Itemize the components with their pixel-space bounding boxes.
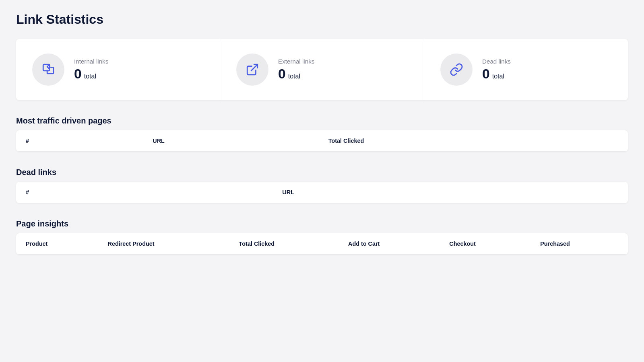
- dead-links-table-container: # URL: [16, 182, 628, 203]
- external-links-value: 0 total: [278, 66, 314, 82]
- external-links-unit: total: [288, 73, 300, 80]
- dead-links-info: Dead links 0 total: [482, 58, 511, 82]
- internal-links-value: 0 total: [74, 66, 108, 82]
- internal-links-info: Internal links 0 total: [74, 58, 108, 82]
- traffic-col-total-clicked: Total Clicked: [319, 130, 628, 152]
- insights-col-product: Product: [16, 233, 98, 255]
- page-title: Link Statistics: [16, 12, 628, 27]
- external-link-icon: [246, 63, 259, 76]
- dead-link-icon: [450, 63, 463, 76]
- external-link-icon-circle: [236, 53, 268, 86]
- internal-links-number: 0: [74, 66, 82, 82]
- traffic-table: # URL Total Clicked: [16, 130, 628, 152]
- internal-links-unit: total: [84, 73, 96, 80]
- insights-col-checkout: Checkout: [440, 233, 530, 255]
- dead-links-col-url: URL: [272, 182, 628, 203]
- dead-links-label: Dead links: [482, 58, 511, 65]
- traffic-table-header-row: # URL Total Clicked: [16, 130, 628, 152]
- internal-link-icon: [41, 63, 55, 76]
- insights-header-row: Product Redirect Product Total Clicked A…: [16, 233, 628, 255]
- internal-links-label: Internal links: [74, 58, 108, 65]
- page-insights-table-container: Product Redirect Product Total Clicked A…: [16, 233, 628, 255]
- insights-col-purchased: Purchased: [530, 233, 628, 255]
- page-insights-heading: Page insights: [16, 219, 628, 228]
- dead-links-unit: total: [492, 73, 504, 80]
- traffic-section-heading: Most traffic driven pages: [16, 116, 628, 125]
- traffic-col-number: #: [16, 130, 143, 152]
- dead-links-col-number: #: [16, 182, 272, 203]
- stat-card-internal-links: Internal links 0 total: [16, 39, 220, 100]
- dead-links-table: # URL: [16, 182, 628, 203]
- stats-row: Internal links 0 total External links 0 …: [16, 39, 628, 100]
- external-links-label: External links: [278, 58, 314, 65]
- dead-links-value: 0 total: [482, 66, 511, 82]
- dead-links-section-heading: Dead links: [16, 168, 628, 177]
- internal-link-icon-circle: [32, 53, 64, 86]
- insights-col-add-to-cart: Add to Cart: [339, 233, 440, 255]
- dead-link-icon-circle: [440, 53, 473, 86]
- traffic-table-container: # URL Total Clicked: [16, 130, 628, 152]
- stat-card-external-links: External links 0 total: [220, 39, 424, 100]
- insights-col-redirect-product: Redirect Product: [98, 233, 229, 255]
- stat-card-dead-links: Dead links 0 total: [424, 39, 628, 100]
- external-links-info: External links 0 total: [278, 58, 314, 82]
- page-insights-table: Product Redirect Product Total Clicked A…: [16, 233, 628, 255]
- traffic-col-url: URL: [143, 130, 319, 152]
- insights-col-total-clicked: Total Clicked: [229, 233, 339, 255]
- svg-line-1: [251, 64, 258, 71]
- dead-links-number: 0: [482, 66, 490, 82]
- external-links-number: 0: [278, 66, 286, 82]
- dead-links-header-row: # URL: [16, 182, 628, 203]
